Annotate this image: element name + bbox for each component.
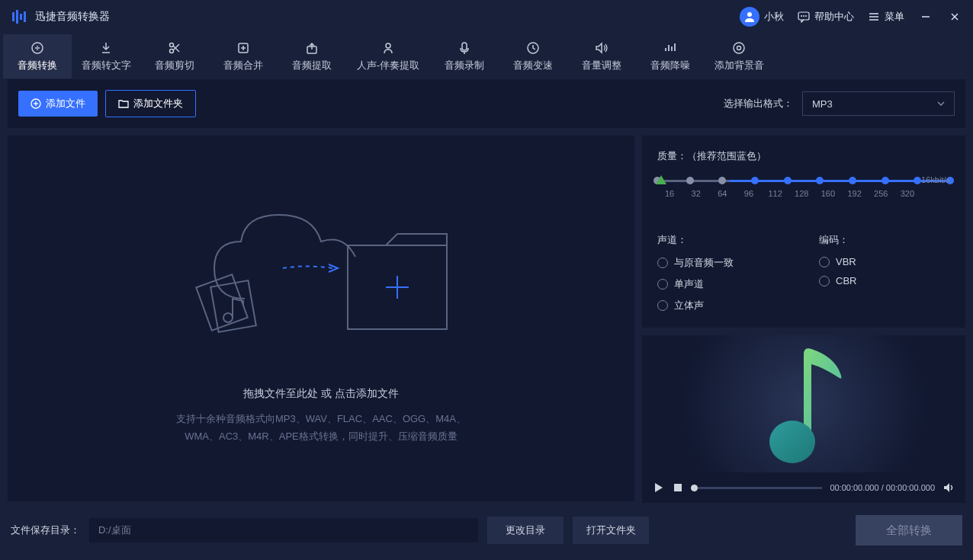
menu-button[interactable]: 菜单 — [868, 10, 904, 24]
encoding-label-1: CBR — [836, 275, 856, 286]
help-label: 帮助中心 — [814, 10, 854, 24]
tool-2[interactable]: 音频剪切 — [140, 34, 209, 78]
slider-dot-96[interactable] — [751, 177, 759, 184]
slider-dot-64[interactable] — [718, 177, 726, 184]
titlebar: 迅捷音频转换器 小秋 帮助中心 菜单 — [0, 0, 973, 34]
svg-rect-41 — [196, 274, 248, 330]
stop-button[interactable] — [673, 482, 683, 493]
save-path-input[interactable] — [89, 518, 478, 542]
tool-7[interactable]: 音频变速 — [499, 34, 567, 78]
quality-label: 质量：（推荐范围蓝色） — [657, 149, 950, 163]
user-profile[interactable]: 小秋 — [740, 7, 784, 27]
channel-section: 声道： 与原音频一致单声道立体声 — [657, 233, 788, 320]
encoding-section: 编码： VBRCBR — [819, 233, 950, 320]
slider-label-32: 32 — [684, 189, 708, 198]
progress-slider[interactable] — [691, 487, 822, 489]
open-folder-button[interactable]: 打开文件夹 — [573, 517, 649, 544]
slider-label-192: 192 — [843, 189, 867, 198]
svg-point-4 — [747, 12, 752, 17]
tool-1[interactable]: 音频转文字 — [72, 34, 140, 78]
encoding-option-0[interactable]: VBR — [819, 256, 950, 267]
output-format-label: 选择输出格式： — [724, 97, 793, 110]
slider-dot-160[interactable] — [849, 177, 856, 184]
slider-dot-256[interactable] — [914, 177, 921, 184]
encoding-option-1[interactable]: CBR — [819, 275, 950, 286]
svg-point-7 — [803, 15, 804, 17]
channel-label-0: 与原音频一致 — [674, 256, 734, 270]
tool-label-2: 音频剪切 — [155, 59, 194, 72]
tool-9[interactable]: 音频降噪 — [636, 34, 705, 78]
channel-option-0[interactable]: 与原音频一致 — [657, 256, 788, 270]
quality-slider[interactable]: 16326496112128160192256320 16kbit/s — [657, 175, 950, 206]
player-bar: 00:00:00.000 / 00:00:00.000 — [642, 472, 965, 503]
close-button[interactable] — [947, 9, 962, 24]
channel-option-1[interactable]: 单声道 — [657, 277, 788, 291]
radio-icon — [657, 300, 668, 311]
tool-5[interactable]: 人声-伴奏提取 — [346, 34, 430, 78]
tool-icon-7 — [525, 40, 541, 56]
help-center-button[interactable]: 帮助中心 — [798, 10, 854, 24]
tool-0[interactable]: 音频转换 — [3, 34, 72, 78]
user-name: 小秋 — [764, 10, 784, 24]
slider-dot-192[interactable] — [881, 177, 889, 184]
add-folder-label: 添加文件夹 — [133, 97, 183, 110]
radio-icon — [819, 276, 830, 286]
slider-label-112: 112 — [763, 189, 788, 198]
slider-label-16: 16 — [657, 189, 682, 198]
volume-button[interactable] — [942, 482, 955, 494]
change-dir-button[interactable]: 更改目录 — [487, 517, 564, 544]
settings-panel: 质量：（推荐范围蓝色） 16326496112128160192256320 1… — [642, 136, 965, 501]
tool-8[interactable]: 音量调整 — [567, 34, 636, 78]
channel-option-2[interactable]: 立体声 — [657, 299, 788, 312]
action-bar: 添加文件 添加文件夹 选择输出格式： MP3 — [8, 79, 965, 128]
quality-section: 质量：（推荐范围蓝色） 16326496112128160192256320 1… — [642, 136, 965, 219]
tool-3[interactable]: 音频合并 — [209, 34, 278, 78]
app-title: 迅捷音频转换器 — [35, 10, 110, 24]
preview-section: 00:00:00.000 / 00:00:00.000 — [642, 335, 965, 503]
channel-label-2: 立体声 — [674, 299, 704, 312]
chat-icon — [798, 11, 810, 23]
main-content: 拖拽文件至此处 或 点击添加文件 支持十余种音频格式向MP3、WAV、FLAC、… — [0, 128, 973, 509]
tool-label-3: 音频合并 — [223, 59, 263, 72]
svg-point-32 — [734, 43, 744, 53]
folder-icon — [118, 98, 129, 109]
slider-handle-icon[interactable] — [656, 175, 666, 184]
tool-10[interactable]: 添加背景音 — [705, 34, 773, 78]
channel-title: 声道： — [657, 233, 788, 247]
play-button[interactable] — [653, 482, 665, 494]
convert-all-button[interactable]: 全部转换 — [856, 515, 962, 546]
dropzone-main-text: 拖拽文件至此处 或 点击添加文件 — [243, 387, 399, 401]
tool-icon-10 — [731, 40, 747, 56]
add-file-button[interactable]: 添加文件 — [18, 91, 98, 117]
slider-dot-128[interactable] — [816, 177, 824, 184]
svg-rect-2 — [20, 14, 22, 20]
svg-point-25 — [386, 43, 390, 48]
output-format-select[interactable]: MP3 — [802, 91, 955, 116]
tool-label-9: 音频降噪 — [650, 59, 690, 72]
slider-label-96: 96 — [737, 189, 761, 198]
svg-point-8 — [805, 15, 807, 17]
dropzone-sub-text2: WMA、AC3、M4R、APE格式转换，同时提升、压缩音频质量 — [185, 427, 458, 445]
svg-rect-3 — [24, 11, 26, 22]
app-logo-icon — [11, 8, 27, 25]
tool-4[interactable]: 音频提取 — [278, 34, 346, 78]
tool-icon-1 — [98, 40, 114, 56]
dropzone-panel[interactable]: 拖拽文件至此处 或 点击添加文件 支持十余种音频格式向MP3、WAV、FLAC、… — [8, 136, 634, 501]
save-dir-label: 文件保存目录： — [11, 523, 80, 537]
slider-dot-32[interactable] — [686, 177, 694, 184]
encoding-label-0: VBR — [836, 256, 856, 267]
tool-icon-2 — [167, 40, 182, 56]
svg-rect-0 — [12, 12, 14, 21]
menu-label: 菜单 — [885, 10, 904, 24]
tool-6[interactable]: 音频录制 — [430, 34, 499, 78]
encoding-title: 编码： — [819, 233, 950, 247]
svg-point-6 — [801, 15, 802, 17]
tool-label-10: 添加背景音 — [714, 59, 764, 72]
svg-rect-44 — [674, 484, 682, 491]
settings-row: 声道： 与原音频一致单声道立体声 编码： VBRCBR — [642, 219, 965, 328]
add-folder-button[interactable]: 添加文件夹 — [105, 90, 196, 117]
tool-icon-3 — [236, 40, 251, 56]
minimize-button[interactable] — [918, 9, 933, 24]
main-toolbar: 音频转换音频转文字音频剪切音频合并音频提取人声-伴奏提取音频录制音频变速音量调整… — [0, 34, 973, 79]
slider-dot-112[interactable] — [784, 177, 792, 184]
